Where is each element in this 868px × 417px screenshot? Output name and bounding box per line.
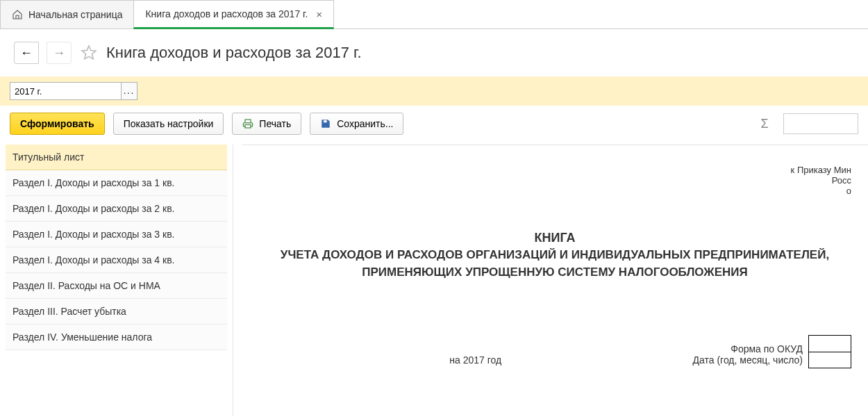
content-area: Титульный лист Раздел I. Доходы и расход… <box>0 145 868 416</box>
annex-line-1: к Приказу Мин <box>258 165 851 175</box>
doc-date-line: Дата (год, месяц, число) <box>693 354 803 366</box>
param-bar: ... <box>0 76 868 106</box>
sum-button[interactable]: Σ <box>754 113 775 134</box>
period-input[interactable] <box>10 82 121 100</box>
period-picker-button[interactable]: ... <box>121 82 137 100</box>
print-label: Печать <box>259 118 291 129</box>
home-icon <box>12 9 23 20</box>
doc-footer-row: на 2017 год Форма по ОКУД Дата (год, мес… <box>258 343 803 366</box>
search-input[interactable] <box>783 113 858 134</box>
doc-form-okud: Форма по ОКУД <box>693 343 803 354</box>
doc-year-line: на 2017 год <box>258 354 693 366</box>
generate-button[interactable]: Сформировать <box>10 113 105 135</box>
annex-block: к Приказу Мин Росс о <box>258 165 851 196</box>
tab-home-label: Начальная страница <box>28 9 122 20</box>
tab-active[interactable]: Книга доходов и расходов за 2017 г. × <box>133 0 334 29</box>
annex-line-2: Росс <box>258 175 851 186</box>
document-preview[interactable]: к Приказу Мин Росс о КНИГА УЧЕТА ДОХОДОВ… <box>242 145 868 416</box>
tab-active-label: Книга доходов и расходов за 2017 г. <box>145 8 308 19</box>
toolbar: Сформировать Показать настройки Печать С… <box>0 106 868 145</box>
close-icon[interactable]: × <box>316 8 322 20</box>
nav-forward-button[interactable]: → <box>47 42 72 64</box>
section-sidebar: Титульный лист Раздел I. Доходы и расход… <box>0 145 233 416</box>
sidebar-item-section1-q2[interactable]: Раздел I. Доходы и расходы за 2 кв. <box>6 196 227 222</box>
annex-line-3: о <box>258 186 851 196</box>
show-settings-button[interactable]: Показать настройки <box>113 113 224 135</box>
page-title: Книга доходов и расходов за 2017 г. <box>106 44 362 62</box>
sidebar-item-section1-q3[interactable]: Раздел I. Доходы и расходы за 3 кв. <box>6 222 227 247</box>
save-button[interactable]: Сохранить... <box>310 113 403 135</box>
doc-heading-main: КНИГА <box>258 231 851 245</box>
tab-strip: Начальная страница Книга доходов и расхо… <box>0 0 868 29</box>
sidebar-item-section1-q4[interactable]: Раздел I. Доходы и расходы за 4 кв. <box>6 247 227 273</box>
favorite-star-icon[interactable] <box>80 44 98 62</box>
doc-heading-sub: УЧЕТА ДОХОДОВ И РАСХОДОВ ОРГАНИЗАЦИЙ И И… <box>258 247 851 281</box>
printer-icon <box>242 118 253 129</box>
nav-back-button[interactable]: ← <box>14 42 39 64</box>
sidebar-item-title-page[interactable]: Титульный лист <box>6 145 227 170</box>
sidebar-item-section2[interactable]: Раздел II. Расходы на ОС и НМА <box>6 273 227 299</box>
save-icon <box>320 118 331 129</box>
save-label: Сохранить... <box>337 118 393 129</box>
sidebar-item-section3[interactable]: Раздел III. Расчет убытка <box>6 299 227 325</box>
sidebar-item-section4[interactable]: Раздел IV. Уменьшение налога <box>6 325 227 350</box>
title-row: ← → Книга доходов и расходов за 2017 г. <box>0 29 868 76</box>
tab-home[interactable]: Начальная страница <box>0 0 134 28</box>
arrow-right-icon: → <box>53 47 65 59</box>
codes-box <box>808 335 851 368</box>
print-button[interactable]: Печать <box>232 113 301 135</box>
sidebar-item-section1-q1[interactable]: Раздел I. Доходы и расходы за 1 кв. <box>6 170 227 196</box>
arrow-left-icon: ← <box>20 47 33 59</box>
